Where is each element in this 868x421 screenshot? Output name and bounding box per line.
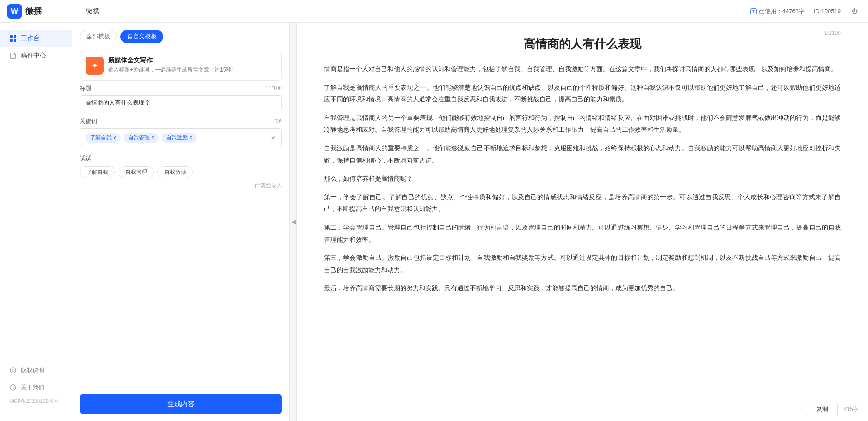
keyword-tag-2: 自我激励 x — [162, 133, 197, 143]
try-tag-2[interactable]: 自我激励 — [157, 166, 193, 178]
try-label: 试试 — [80, 154, 282, 163]
keyword-tag-0: 了解自我 x — [86, 133, 121, 143]
word-count: 615字 — [843, 405, 859, 413]
keyword-text-0: 了解自我 — [90, 134, 112, 142]
keyword-text-1: 自我管理 — [128, 134, 150, 142]
keywords-form-group: 关键词 3/6 了解自我 x 自我管理 x 自我激励 — [80, 117, 282, 147]
content-area: 全部模板 自定义模板 ✦ 新媒体全文写作 输入标题+关键词，一键准确生成所需文章… — [72, 23, 868, 421]
keywords-label-row: 关键词 3/6 — [80, 117, 282, 125]
usage-text: 已使用：44768字 — [759, 7, 805, 15]
svg-text:T: T — [752, 10, 754, 14]
keywords-counter: 3/6 — [274, 118, 282, 124]
article-paragraph: 那么，如何培养和提高情商呢？ — [324, 172, 841, 185]
template-card[interactable]: ✦ 新媒体全文写作 输入标题+关键词，一键准确生成所需文章（约15秒） — [80, 51, 282, 81]
keywords-box[interactable]: 了解自我 x 自我管理 x 自我激励 x ✕ — [80, 128, 282, 147]
keyword-tag-1: 自我管理 x — [124, 133, 159, 143]
chevron-left-icon: ◀ — [291, 219, 296, 225]
try-section: 试试 了解自我 自我管理 自我激励 白清空录入 — [80, 154, 282, 190]
article-body: 情商是指一个人对自己和他人的感情的认知和管理能力，包括了解自我、自我管理、自我激… — [324, 63, 841, 294]
title-label: 标题 — [80, 84, 91, 92]
template-card-icon: ✦ — [86, 57, 104, 75]
page-count: 10/100 — [824, 30, 841, 36]
template-info: 新媒体全文写作 输入标题+关键词，一键准确生成所需文章（约15秒） — [108, 57, 237, 74]
right-panel: 10/100 高情商的人有什么表现 情商是指一个人对自己和他人的感情的认知和管理… — [297, 23, 868, 421]
keywords-label: 关键词 — [80, 117, 97, 125]
try-tag-1[interactable]: 自我管理 — [119, 166, 154, 178]
sidebar-bottom: © 版权说明 i 关于我们 ©ICP备2022016946号 — [0, 362, 72, 414]
logo-icon: W — [7, 4, 22, 19]
try-tags: 了解自我 自我管理 自我激励 — [80, 166, 282, 178]
bottom-bar: 复制 615字 — [297, 397, 868, 421]
keyword-remove-2[interactable]: x — [190, 134, 192, 141]
sidebar-drafts-label: 稿件中心 — [21, 52, 46, 60]
article-paragraph: 自我激励是高情商人的重要特质之一。他们能够激励自己不断地追求目标和梦想，克服困难… — [324, 142, 841, 166]
grid-icon — [9, 34, 17, 43]
article-paragraph: 第一，学会了解自己。了解自己的优点、缺点、个性特质和偏好，以及自己的情感状态和情… — [324, 191, 841, 215]
logo-area: W 微撰 — [0, 0, 72, 23]
form-area: 标题 11/100 关键词 3/6 了解自我 x — [72, 84, 289, 387]
article-paragraph: 情商是指一个人对自己和他人的感情的认知和管理能力，包括了解自我、自我管理、自我激… — [324, 63, 841, 75]
svg-rect-2 — [10, 35, 13, 38]
article-paragraph: 最后，培养高情商需要长期的努力和实践。只有通过不断地学习、反思和实践，才能够提高… — [324, 282, 841, 294]
title-label-row: 标题 11/100 — [80, 84, 282, 92]
usage-icon: T — [750, 8, 757, 15]
template-tabs: 全部模板 自定义模板 — [72, 23, 289, 47]
svg-rect-4 — [10, 39, 13, 42]
keyword-remove-1[interactable]: x — [152, 134, 154, 141]
keywords-clear-btn[interactable]: ✕ — [270, 134, 276, 142]
title-input[interactable] — [80, 95, 282, 110]
keyword-text-2: 自我激励 — [166, 134, 188, 142]
sidebar-item-drafts[interactable]: 稿件中心 — [0, 47, 72, 64]
tab-custom-templates[interactable]: 自定义模板 — [120, 30, 163, 43]
usage-info: T 已使用：44768字 — [750, 7, 805, 15]
file-icon — [9, 52, 17, 60]
keyword-remove-0[interactable]: x — [114, 134, 116, 141]
header-title: 微撰 — [86, 7, 100, 15]
power-icon[interactable]: ⏻ — [850, 7, 859, 16]
icp-text: ©ICP备2022016946号 — [0, 396, 72, 407]
try-tag-0[interactable]: 了解自我 — [80, 166, 115, 178]
title-counter: 11/100 — [265, 85, 282, 91]
sidebar-workspace-label: 工作台 — [21, 34, 40, 43]
template-name: 新媒体全文写作 — [108, 57, 237, 65]
svg-rect-3 — [14, 35, 16, 38]
left-panel: 全部模板 自定义模板 ✦ 新媒体全文写作 输入标题+关键词，一键准确生成所需文章… — [72, 23, 290, 421]
svg-text:©: © — [12, 368, 15, 373]
sidebar: 工作台 稿件中心 © 版权说明 i 关于我们 ©ICP备2022016946号 — [0, 23, 72, 421]
copy-btn[interactable]: 复制 — [807, 402, 838, 416]
id-text: ID:100519 — [814, 8, 841, 14]
svg-rect-5 — [14, 39, 16, 42]
generate-btn[interactable]: 生成内容 — [80, 394, 282, 414]
article-view: 10/100 高情商的人有什么表现 情商是指一个人对自己和他人的感情的认知和管理… — [297, 23, 868, 397]
article-paragraph: 了解自我是高情商人的重要表现之一。他们能够清楚地认识自己的优点和缺点，以及自己的… — [324, 81, 841, 105]
sidebar-copyright-label: 版权说明 — [21, 366, 44, 374]
header-right: T 已使用：44768字 ID:100519 ⏻ — [750, 7, 859, 16]
header: 微撰 T 已使用：44768字 ID:100519 ⏻ — [0, 0, 868, 23]
sidebar-item-workspace[interactable]: 工作台 — [0, 30, 72, 47]
sidebar-about-label: 关于我们 — [21, 383, 44, 392]
tab-all-templates[interactable]: 全部模板 — [80, 30, 117, 43]
title-form-group: 标题 11/100 — [80, 84, 282, 110]
template-desc: 输入标题+关键词，一键准确生成所需文章（约15秒） — [108, 66, 237, 74]
copyright-icon: © — [9, 366, 17, 374]
main-layout: 工作台 稿件中心 © 版权说明 i 关于我们 ©ICP备2022016946号 — [0, 23, 868, 421]
article-paragraph: 第三，学会激励自己。激励自己包括设定目标和计划、自我激励和自我奖励等方式。可以通… — [324, 252, 841, 276]
article-title: 高情商的人有什么表现 — [324, 36, 841, 52]
article-paragraph: 第二，学会管理自己。管理自己包括控制自己的情绪、行为和言语，以及管理自己的时间和… — [324, 221, 841, 245]
article-paragraph: 自我管理是高情商人的另一个重要表现。他们能够有效地控制自己的言行和行为，控制自己… — [324, 112, 841, 136]
info-icon: i — [9, 383, 17, 392]
logo-text: 微撰 — [25, 6, 42, 17]
try-clear-btn[interactable]: 白清空录入 — [80, 182, 282, 190]
collapse-handle[interactable]: ◀ — [290, 23, 297, 421]
sidebar-item-copyright[interactable]: © 版权说明 — [0, 362, 72, 379]
svg-text:i: i — [13, 385, 14, 390]
sidebar-item-about[interactable]: i 关于我们 — [0, 379, 72, 396]
